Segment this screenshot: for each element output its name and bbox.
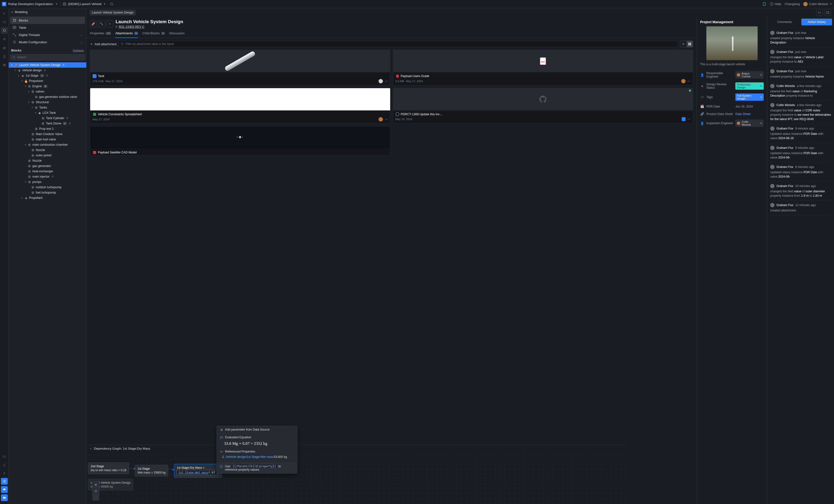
rail-cloud[interactable]: [1, 453, 8, 460]
rail-list[interactable]: [1, 36, 8, 43]
rail-stack[interactable]: [1, 62, 8, 69]
status-chip[interactable]: Preliminary Design✕: [736, 83, 764, 90]
attachment-filter-input[interactable]: [126, 42, 676, 46]
list-view-button[interactable]: [680, 41, 686, 47]
attachment-card[interactable]: PDRCT-1309 Update this inv… May 16, 2024…: [393, 88, 693, 124]
referenced-property-link[interactable]: /Vehicle design/1st Stage:Wet mass: [225, 455, 273, 459]
sidebar-item-model-config[interactable]: Model Configuration ⌄: [10, 39, 85, 46]
tree-item[interactable]: ▸◈Propellant: [9, 195, 86, 201]
sidebar-search[interactable]: [10, 54, 85, 61]
sidebar-search-input[interactable]: [17, 55, 83, 59]
rail-modeling[interactable]: [1, 27, 8, 34]
project-switcher[interactable]: [DEMO] Launch Vehicle ▼: [63, 2, 106, 6]
tab-comments[interactable]: Comments: [769, 19, 800, 25]
add-parameter-button[interactable]: ⊕Add parameter from Data Source: [217, 426, 297, 434]
add-attachment-button[interactable]: ＋Add attachment: [90, 42, 116, 46]
tree-root[interactable]: ▾🚀Launch Vehicle System Design#: [9, 62, 86, 68]
rail-camera[interactable]: [1, 44, 8, 51]
tree-item[interactable]: ⚙Nozzle: [9, 147, 86, 153]
history-list[interactable]: Graham Fox just nowcreated property inst…: [767, 27, 834, 504]
rail-person[interactable]: [1, 470, 8, 477]
rail-mail[interactable]: [1, 494, 8, 501]
tree-item[interactable]: ⚙main injector#: [9, 174, 86, 179]
tree-item[interactable]: ⚙Tank Dome2#: [9, 121, 86, 126]
more-icon[interactable]: ⋯: [687, 117, 690, 121]
data-sheet-link[interactable]: Data Sheet: [736, 112, 764, 116]
tree-item[interactable]: ⚙gas generator: [9, 163, 86, 169]
tree-item[interactable]: ▾⚙Structural: [9, 99, 86, 105]
rail-expand-button[interactable]: »: [1, 10, 8, 17]
tree-item[interactable]: ▾◈1st Stage1#: [9, 73, 86, 78]
sidebar-item-table[interactable]: Table: [10, 24, 85, 31]
panel-toggle-button[interactable]: [824, 9, 831, 16]
rail-dashboard[interactable]: [1, 18, 8, 25]
remove-icon[interactable]: ✕: [760, 85, 762, 88]
tab-properties[interactable]: Properties13: [90, 31, 111, 38]
tree-item[interactable]: ⚙Tank Cylinder#: [9, 115, 86, 121]
zoom-in-button[interactable]: ⊕: [93, 482, 99, 488]
attachment-filter[interactable]: [118, 41, 678, 47]
user-menu[interactable]: Collin Mickels ▼: [803, 2, 832, 6]
global-search-button[interactable]: [108, 1, 115, 7]
graph-node[interactable]: 1st StageWet mass = 33600 kg: [135, 465, 168, 477]
history-button[interactable]: [816, 9, 823, 16]
tag-chip[interactable]: Full System Design✕: [736, 93, 764, 101]
tree-item[interactable]: ▾🔥Propulsion: [9, 78, 86, 84]
tree-item[interactable]: ⚙main fuel valve: [9, 137, 86, 142]
tab-action-history[interactable]: Action history: [802, 19, 832, 25]
help-link[interactable]: ? Help: [770, 2, 781, 6]
doc-id-link[interactable]: ROL-23402 REV C: [119, 25, 144, 28]
grid-view-button[interactable]: [686, 41, 693, 47]
tree-item[interactable]: ⚙heat exchanger: [9, 169, 86, 174]
schema-icon-button[interactable]: [98, 21, 105, 27]
attachment-card[interactable]: Vehicle Constraints Spreadsheet May 17, …: [90, 88, 390, 124]
tree-item[interactable]: ⚙fuel turbopump: [9, 190, 86, 195]
tree-item[interactable]: ▾⚙pumps: [9, 179, 86, 185]
bookmark-icon[interactable]: [763, 2, 766, 6]
fit-button[interactable]: ⛶: [93, 494, 99, 500]
dependency-graph-canvas[interactable]: 2nd Stagedry to wet mass ratio = 0.16 1s…: [87, 452, 626, 504]
attachment-card[interactable]: Tank 176.3 kBMay 17, 2024⋯: [90, 50, 390, 86]
tree-item[interactable]: ▾⚙Engine9: [9, 84, 86, 89]
sidebar-item-blocks[interactable]: Blocks: [10, 17, 85, 24]
more-icon[interactable]: ⋯: [687, 79, 690, 83]
property-reference-link[interactable]: 1st Stage:Wet mass: [178, 471, 208, 474]
graph-node[interactable]: 2nd Stagedry to wet mass ratio = 0.16: [88, 462, 129, 474]
remove-icon[interactable]: ✕: [760, 96, 762, 99]
remove-icon[interactable]: ✕: [760, 73, 762, 76]
more-icon[interactable]: ⋯: [385, 118, 388, 121]
tree-item[interactable]: ▾⚙Tanks: [9, 105, 86, 110]
zoom-out-button[interactable]: ⊖: [93, 488, 99, 494]
add-button[interactable]: +: [106, 21, 113, 27]
tree-item[interactable]: ▾⚙main combustion chamber: [9, 142, 86, 147]
more-icon[interactable]: ⋯: [385, 79, 388, 83]
tab-child-blocks[interactable]: Child Blocks4: [142, 31, 165, 38]
tree-item[interactable]: ⚙Main Oxidizer Valve: [9, 132, 86, 137]
collapse-link[interactable]: Collapse: [73, 49, 84, 52]
tree-item[interactable]: ⚙outer jacket: [9, 153, 86, 158]
tree-item[interactable]: ⚙Nozzle: [9, 158, 86, 163]
user-chip[interactable]: Collin Mickels✕: [736, 120, 764, 127]
org-switcher[interactable]: R Rollup Developers Organization. ▼: [2, 2, 58, 6]
tree-item[interactable]: ⚙gas-generator oxidizer valve: [9, 94, 86, 99]
sidebar-item-digital-threads[interactable]: Digital Threads ⌄: [10, 31, 85, 39]
remove-icon[interactable]: ✕: [760, 122, 762, 125]
attachment-card[interactable]: Payload Satellite CAD Model: [90, 126, 390, 156]
rail-download[interactable]: [1, 461, 8, 468]
graph-node-editing[interactable]: 1st Stage:Dry Mass =1st Stage:Wet mass*.…: [174, 464, 222, 477]
tree-item[interactable]: ▾◈Vehicle design#: [9, 68, 86, 73]
tab-attachments[interactable]: Attachments5: [115, 31, 138, 38]
rail-chat[interactable]: [1, 486, 8, 493]
tree-item[interactable]: ⚙Prop test 1: [9, 126, 86, 132]
sidebar-collapse-button[interactable]: «: [11, 10, 13, 14]
attachment-card[interactable]: PDF Payload Users Guide 5.0 MBMay 17, 20…: [393, 50, 693, 86]
tab-discussion[interactable]: Discussion: [169, 31, 184, 38]
tree-item[interactable]: ▾◆LOX Tank: [9, 110, 86, 115]
user-chip[interactable]: Angus Comrie✕: [736, 71, 764, 78]
changelog-link[interactable]: Changelog: [785, 2, 800, 6]
chevron-down-icon[interactable]: ▾: [89, 448, 92, 450]
rail-clipboard[interactable]: [1, 53, 8, 60]
tree-item[interactable]: ▾⚙valves: [9, 89, 86, 94]
tree-item[interactable]: ⚙oxidizer turbopump: [9, 185, 86, 190]
type-icon-button[interactable]: 🚀: [90, 21, 97, 27]
